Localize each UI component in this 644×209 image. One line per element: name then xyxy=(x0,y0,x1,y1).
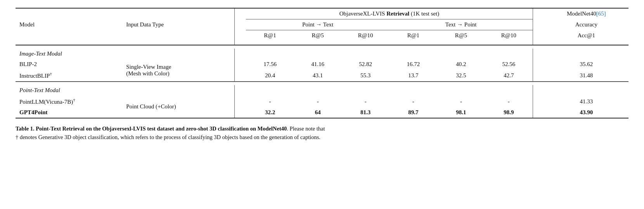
col-model-header: Model xyxy=(16,8,122,41)
acc-header: Acc@1 xyxy=(544,30,628,41)
instructblip-r5: 43.1 xyxy=(294,70,342,82)
group1-header: ObjaverseXL-LVIS Retrieval (1K test set) xyxy=(246,8,533,19)
instructblip-model: InstructBLIP† xyxy=(16,70,122,82)
image-text-modal-label: Image-Text Modal xyxy=(16,49,235,59)
instructblip-acc: 31.48 xyxy=(544,70,628,82)
caption-line2: † denotes Generative 3D object classific… xyxy=(16,134,320,140)
r5-tp-header: R@5 xyxy=(437,30,485,41)
blip2-input: Single-View Image(Mesh with Color) xyxy=(122,59,235,82)
r1-tp-header: R@1 xyxy=(390,30,437,41)
table-container: Model Input Data Type ObjaverseXL-LVIS R… xyxy=(16,8,628,142)
gpt4point-r1b: 89.7 xyxy=(390,107,437,118)
caption-table-num: Table 1. xyxy=(16,125,35,132)
spacer2 xyxy=(16,82,628,85)
header-top-border: Model Input Data Type ObjaverseXL-LVIS R… xyxy=(16,8,628,19)
blip2-r1b: 16.72 xyxy=(390,59,437,70)
blip2-r10: 52.82 xyxy=(342,59,390,70)
r5-pt-header: R@5 xyxy=(294,30,342,41)
col-input-header: Input Data Type xyxy=(122,8,235,41)
spacer1 xyxy=(16,45,628,49)
pointllm-r10: - xyxy=(342,96,390,107)
gpt4point-r5b: 98.1 xyxy=(437,107,485,118)
blip2-r10b: 52.56 xyxy=(485,59,533,70)
r1-pt-header: R@1 xyxy=(246,30,294,41)
pointllm-input: Point Cloud (+Color) xyxy=(122,96,235,118)
section-label-image-text: Image-Text Modal xyxy=(16,49,628,59)
blip2-model: BLIP-2 xyxy=(16,59,122,70)
pointllm-dagger: † xyxy=(73,98,75,102)
group1-label-paren: (1K test set) xyxy=(409,10,439,17)
pointllm-r5: - xyxy=(294,96,342,107)
pointllm-r1b: - xyxy=(390,96,437,107)
gpt4point-r5: 64 xyxy=(294,107,342,118)
group1-label-bold: Retrieval xyxy=(386,10,409,17)
r10-pt-header: R@10 xyxy=(342,30,390,41)
blip2-r5b: 40.2 xyxy=(437,59,485,70)
r10-tp-header: R@10 xyxy=(485,30,533,41)
group1-label-prefix: ObjaverseXL-LVIS xyxy=(339,10,387,17)
subgroup1-header: Point → Text xyxy=(246,19,389,30)
modelnet-citation: [65] xyxy=(596,10,606,17)
results-table: Model Input Data Type ObjaverseXL-LVIS R… xyxy=(16,8,628,118)
accuracy-header: Accuracy xyxy=(544,19,628,30)
gpt4point-r10: 81.3 xyxy=(342,107,390,118)
caption-bold-text: Point-Text Retrieval on the Objaversexl-… xyxy=(36,125,287,132)
pointllm-r5b: - xyxy=(437,96,485,107)
gpt4point-r10b: 98.9 xyxy=(485,107,533,118)
caption-suffix: . Please note that xyxy=(287,125,325,132)
gpt4point-model: GPT4Point xyxy=(16,107,122,118)
subgroup2-header: Text → Point xyxy=(390,19,533,30)
instructblip-r10: 55.3 xyxy=(342,70,390,82)
blip2-r5: 41.16 xyxy=(294,59,342,70)
group2-header: ModelNet40[65] xyxy=(544,8,628,19)
blip2-acc: 35.62 xyxy=(544,59,628,70)
pointllm-r1: - xyxy=(246,96,294,107)
table-caption: Table 1. Point-Text Retrieval on the Obj… xyxy=(16,125,628,142)
point-text-modal-label: Point-Text Modal xyxy=(16,85,235,96)
gpt4point-acc: 43.90 xyxy=(544,107,628,118)
instructblip-r1b: 13.7 xyxy=(390,70,437,82)
instructblip-dagger: † xyxy=(50,71,52,76)
bottom-border-row xyxy=(16,118,628,118)
pointllm-acc: 41.33 xyxy=(544,96,628,107)
blip2-r1: 17.56 xyxy=(246,59,294,70)
section-label-point-text: Point-Text Modal xyxy=(16,85,628,96)
instructblip-r5b: 32.5 xyxy=(437,70,485,82)
gpt4point-r1: 32.2 xyxy=(246,107,294,118)
instructblip-r1: 20.4 xyxy=(246,70,294,82)
pointllm-model: PointLLM(Vicuna-7B)† xyxy=(16,96,122,107)
pointllm-r10b: - xyxy=(485,96,533,107)
instructblip-r10b: 42.7 xyxy=(485,70,533,82)
